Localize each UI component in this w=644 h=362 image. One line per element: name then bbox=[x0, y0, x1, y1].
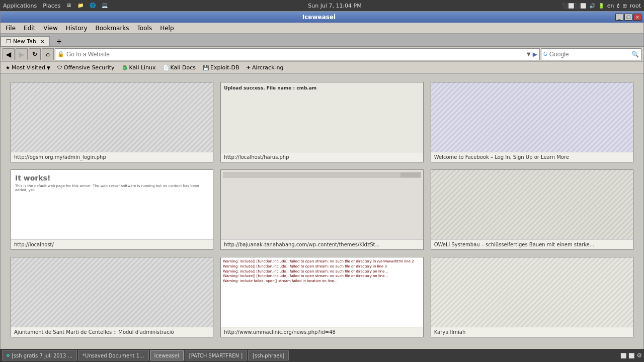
sys-icon-1[interactable]: 🖥 bbox=[66, 3, 71, 9]
sys-icon-3[interactable]: 🌐 bbox=[90, 3, 96, 9]
tile-caption-1: http://localhost/harus.php bbox=[221, 152, 423, 162]
sys-icon-4[interactable]: 💻 bbox=[102, 3, 108, 9]
task-label-0: [ssh gratis 7 juli 2013 ... bbox=[12, 353, 72, 358]
menu-view[interactable]: View bbox=[39, 24, 61, 33]
dragon-icon: 🐉 bbox=[122, 65, 128, 70]
bookmark-aircrack[interactable]: ✈ Aircrack-ng bbox=[244, 63, 287, 72]
close-button[interactable]: × bbox=[633, 14, 641, 21]
taskbar-item-3[interactable]: [PATCH SMARTFREN ] bbox=[185, 350, 247, 360]
reload-button[interactable]: ↻ bbox=[29, 48, 41, 60]
tile-caption-3: http://localhost/ bbox=[11, 239, 213, 249]
tile-preview-7: Warning: include() [function.include]: f… bbox=[221, 257, 423, 327]
taskbar-settings-icon[interactable]: ⚙ bbox=[636, 352, 642, 359]
taskbar-item-2[interactable]: Iceweasel bbox=[150, 350, 184, 360]
menu-bar: File Edit View History Bookmarks Tools H… bbox=[1, 23, 643, 34]
tile-5[interactable]: OWeLi Systembau – schlüsselfertiges Baue… bbox=[431, 169, 633, 250]
search-bar: G 🔍 bbox=[541, 48, 641, 60]
address-dropdown-icon[interactable]: ▼ bbox=[527, 51, 531, 57]
tile-1[interactable]: Upload success. File name : cmb.am http:… bbox=[220, 82, 423, 162]
tile-6[interactable]: Ajuntament de Sant Marti de Centelles ::… bbox=[11, 257, 213, 337]
ssl-icon: 🔒 bbox=[57, 51, 64, 57]
taskbar-icon-1: ⬜ bbox=[620, 353, 626, 358]
tile-4[interactable]: http://bajuanak-tanahabang.com/wp-conten… bbox=[220, 169, 423, 250]
tile-caption-0: http://ogsm.org.my/admin_login.php bbox=[11, 152, 213, 162]
tile-caption-8: Karya Ilmiah bbox=[431, 327, 633, 337]
bookmark-offensive-security[interactable]: 🛡 Offensive Security bbox=[54, 63, 118, 72]
tile-2[interactable]: Welcome to Facebook – Log In, Sign Up or… bbox=[431, 82, 633, 162]
tile-caption-5: OWeLi Systembau – schlüsselfertiges Baue… bbox=[431, 239, 633, 249]
new-tab-button[interactable]: + bbox=[53, 36, 65, 46]
task-dot-0 bbox=[7, 354, 10, 357]
address-input[interactable] bbox=[66, 51, 525, 58]
home-button[interactable]: ⌂ bbox=[42, 48, 54, 60]
tile-0[interactable]: http://ogsm.org.my/admin_login.php bbox=[11, 82, 213, 162]
minimize-button[interactable]: _ bbox=[615, 14, 623, 21]
menu-help[interactable]: Help bbox=[156, 24, 178, 33]
tile-grid: http://ogsm.org.my/admin_login.php Uploa… bbox=[11, 82, 633, 337]
new-tab-grid: http://ogsm.org.my/admin_login.php Uploa… bbox=[1, 74, 643, 349]
user-name: root bbox=[630, 3, 641, 9]
taskbar-item-4[interactable]: [ssh-phraek] bbox=[248, 350, 289, 360]
tile-8[interactable]: Karya Ilmiah bbox=[431, 257, 633, 337]
system-bar: Applications Places 🖥 📁 🌐 💻 Sun Jul 7, 1… bbox=[0, 0, 644, 11]
window-controls: _ □ × bbox=[615, 14, 641, 21]
taskbar-item-0[interactable]: [ssh gratis 7 juli 2013 ... bbox=[2, 350, 77, 360]
plane-icon: ✈ bbox=[247, 65, 251, 70]
menu-tools[interactable]: Tools bbox=[133, 24, 156, 33]
bookmark-kali-linux[interactable]: 🐉 Kali Linux bbox=[119, 63, 159, 72]
bookmark-most-visited[interactable]: ★ Most Visited ▼ bbox=[3, 63, 53, 72]
go-button[interactable]: ▶ bbox=[533, 51, 537, 58]
browser-window: Iceweasel _ □ × File Edit View History B… bbox=[0, 11, 644, 350]
back-button[interactable]: ◀ bbox=[3, 48, 15, 60]
places-menu[interactable]: Places bbox=[43, 3, 60, 9]
bookmark-exploit-db[interactable]: 💾 Exploit-DB bbox=[200, 63, 243, 72]
title-bar: Iceweasel _ □ × bbox=[1, 12, 643, 23]
tab-bar: ☐ New Tab ✕ + bbox=[1, 34, 643, 47]
star-icon: ★ bbox=[6, 65, 10, 70]
address-bar[interactable]: 🔒 ▼ ▶ bbox=[55, 48, 540, 60]
task-label-4: [ssh-phraek] bbox=[253, 353, 284, 358]
tab-favicon: ☐ bbox=[6, 38, 11, 45]
tile-preview-5 bbox=[431, 170, 633, 239]
tile-preview-3: It works! This is the default web page f… bbox=[11, 170, 213, 239]
tab-label: New Tab bbox=[13, 38, 36, 45]
tile3-h1: It works! bbox=[15, 174, 209, 182]
locale-indicator: en bbox=[607, 3, 614, 9]
menu-bookmarks[interactable]: Bookmarks bbox=[92, 24, 133, 33]
bookmark-kali-docs[interactable]: 📄 Kali Docs bbox=[160, 63, 199, 72]
taskbar-item-1[interactable]: *Unsaved Document 1... bbox=[78, 350, 148, 360]
bookmark-label: Kali Linux bbox=[129, 64, 156, 71]
tab-close-button[interactable]: ✕ bbox=[40, 39, 44, 44]
taskbar: [ssh gratis 7 juli 2013 ... *Unsaved Doc… bbox=[0, 349, 644, 362]
task-label-2: Iceweasel bbox=[154, 353, 179, 358]
menu-edit[interactable]: Edit bbox=[20, 24, 39, 33]
applications-menu[interactable]: Applications bbox=[3, 3, 37, 9]
sys-tray-extra: ⊞ bbox=[623, 3, 627, 9]
tile-caption-4: http://bajuanak-tanahabang.com/wp-conten… bbox=[221, 239, 423, 249]
search-input[interactable] bbox=[549, 51, 629, 58]
tab-newtab[interactable]: ☐ New Tab ✕ bbox=[1, 36, 50, 46]
sys-tray-audio[interactable]: 🔊 bbox=[589, 3, 595, 9]
search-engine-icon[interactable]: G bbox=[543, 51, 547, 57]
tile1-title: Upload success. File name : cmb.am bbox=[224, 85, 420, 90]
taskbar-right: ⬜ ⬜ ⚙ bbox=[620, 352, 642, 359]
tile-caption-2: Welcome to Facebook – Log In, Sign Up or… bbox=[431, 152, 633, 162]
menu-history[interactable]: History bbox=[62, 24, 92, 33]
bookmark-label: Kali Docs bbox=[171, 64, 196, 71]
menu-file[interactable]: File bbox=[2, 24, 20, 33]
datetime: Sun Jul 7, 11:04 PM bbox=[308, 3, 362, 9]
disk-icon: 💾 bbox=[203, 65, 209, 70]
tile-preview-8 bbox=[431, 257, 633, 327]
tile-preview-2 bbox=[431, 82, 633, 152]
forward-button[interactable]: ▶ bbox=[16, 48, 28, 60]
tile-caption-7: http://www.ummaclinic.org/news.php?id=48 bbox=[221, 327, 423, 337]
bookmarks-bar: ★ Most Visited ▼ 🛡 Offensive Security 🐉 … bbox=[1, 62, 643, 74]
bookmark-label: Exploit-DB bbox=[210, 64, 239, 71]
shield-icon: 🛡 bbox=[57, 65, 62, 70]
bookmark-label: Aircrack-ng bbox=[252, 64, 284, 71]
maximize-button[interactable]: □ bbox=[624, 14, 632, 21]
tile-7[interactable]: Warning: include() [function.include]: f… bbox=[220, 257, 423, 337]
sys-icon-2[interactable]: 📁 bbox=[77, 3, 84, 9]
search-submit-icon[interactable]: 🔍 bbox=[631, 51, 639, 58]
tile-3[interactable]: It works! This is the default web page f… bbox=[11, 169, 213, 250]
